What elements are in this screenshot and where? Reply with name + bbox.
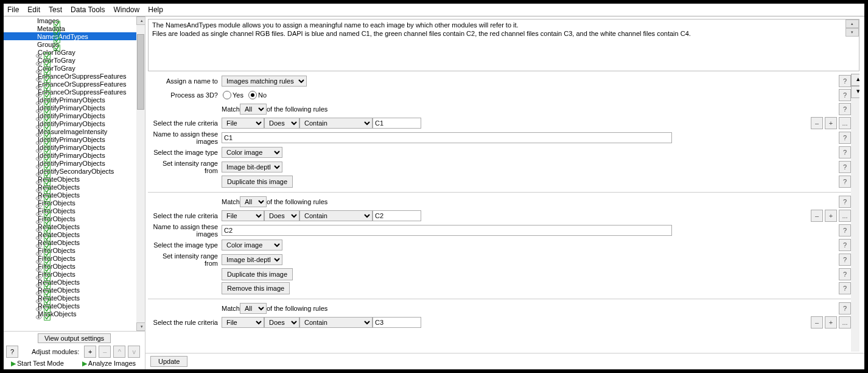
eye-icon[interactable] — [35, 187, 42, 194]
rule-more-button[interactable]: ... — [839, 117, 851, 129]
check-icon[interactable] — [44, 219, 51, 226]
help-button[interactable]: ? — [839, 196, 851, 208]
check-icon[interactable] — [44, 163, 51, 170]
module-item[interactable]: EnhanceOrSuppressFeatures — [4, 88, 145, 96]
help-button[interactable]: ? — [839, 282, 851, 294]
check-icon[interactable] — [44, 235, 51, 241]
eye-icon[interactable] — [35, 92, 42, 99]
module-item[interactable]: Groups — [4, 40, 145, 48]
dropdown[interactable]: File — [222, 210, 264, 221]
module-item[interactable]: IdentifyPrimaryObjects — [4, 119, 145, 127]
module-item[interactable]: MaskObjects — [4, 310, 145, 318]
module-item[interactable]: EnhanceOrSuppressFeatures — [4, 72, 145, 80]
remove-module-button[interactable]: – — [99, 346, 111, 358]
eye-icon[interactable] — [35, 298, 42, 305]
module-item[interactable]: IdentifyPrimaryObjects — [4, 104, 145, 112]
module-item[interactable]: ColorToGray — [4, 64, 145, 72]
check-icon[interactable] — [44, 195, 51, 202]
eye-icon[interactable] — [35, 52, 42, 59]
check-icon[interactable] — [44, 243, 51, 249]
check-icon[interactable] — [44, 140, 51, 146]
dropdown[interactable]: File — [222, 118, 264, 129]
menu-test[interactable]: Test — [49, 5, 62, 14]
eye-icon[interactable] — [35, 219, 42, 226]
check-icon[interactable] — [54, 44, 60, 51]
duplicate-image-button[interactable]: Duplicate this image — [222, 268, 293, 280]
eye-icon[interactable] — [35, 76, 42, 83]
module-item[interactable]: NamesAndTypes — [4, 32, 145, 40]
rule-more-button[interactable]: ... — [839, 316, 851, 329]
check-icon[interactable] — [44, 100, 51, 107]
eye-icon[interactable] — [35, 116, 42, 123]
rule-more-button[interactable]: ... — [839, 210, 851, 222]
module-item[interactable]: EnhanceOrSuppressFeatures — [4, 80, 145, 88]
help-button[interactable]: ? — [839, 224, 851, 236]
check-icon[interactable] — [44, 116, 51, 123]
check-icon[interactable] — [44, 266, 51, 273]
scroll-thumb[interactable] — [137, 34, 144, 110]
module-item[interactable]: RelateObjects — [4, 230, 145, 238]
rule-remove-button[interactable]: – — [811, 210, 823, 222]
help-button[interactable]: ? — [839, 176, 851, 188]
check-icon[interactable] — [44, 68, 51, 75]
module-item[interactable]: FilterObjects — [4, 246, 145, 254]
dropdown[interactable]: Contain — [299, 118, 373, 129]
check-icon[interactable] — [44, 306, 51, 313]
check-icon[interactable] — [44, 92, 51, 99]
module-item[interactable]: Metadata — [4, 24, 145, 32]
menu-data-tools[interactable]: Data Tools — [71, 5, 105, 14]
dropdown[interactable]: Contain — [299, 317, 373, 328]
dropdown[interactable]: All — [240, 104, 267, 115]
help-button[interactable]: ? — [6, 346, 18, 358]
module-scrollbar[interactable]: ▴ ▾ — [136, 16, 145, 331]
module-item[interactable]: IdentifyPrimaryObjects — [4, 96, 145, 104]
help-button[interactable]: ? — [839, 146, 851, 158]
eye-icon[interactable] — [35, 195, 42, 202]
module-item[interactable]: FilterObjects — [4, 207, 145, 215]
text-input[interactable] — [373, 210, 421, 221]
dropdown[interactable]: All — [240, 196, 267, 207]
eye-icon[interactable] — [35, 274, 42, 281]
rule-remove-button[interactable]: – — [811, 316, 823, 329]
help-scrollbar[interactable]: ▴ ▾ — [845, 20, 859, 71]
rule-add-button[interactable]: + — [825, 210, 837, 222]
menu-help[interactable]: Help — [148, 5, 163, 14]
check-icon[interactable] — [44, 274, 51, 281]
module-item[interactable]: MeasureImageIntensity — [4, 127, 145, 135]
module-item[interactable]: RelateObjects — [4, 183, 145, 191]
analyze-images-button[interactable]: ▶Analyze Images — [82, 360, 136, 368]
check-icon[interactable] — [54, 37, 60, 43]
check-icon[interactable] — [44, 314, 51, 321]
eye-icon[interactable] — [35, 100, 42, 107]
scroll-up-icon[interactable]: ▴ — [845, 20, 859, 28]
eye-icon[interactable] — [35, 290, 42, 297]
eye-icon[interactable] — [35, 163, 42, 170]
module-item[interactable]: RelateObjects — [4, 175, 145, 183]
module-item[interactable]: FilterObjects — [4, 254, 145, 262]
scroll-down-icon[interactable]: ▾ — [851, 86, 859, 98]
eye-icon[interactable] — [35, 258, 42, 265]
check-icon[interactable] — [44, 108, 51, 115]
module-item[interactable]: RelateObjects — [4, 238, 145, 246]
move-down-button[interactable]: v — [128, 346, 140, 358]
check-icon[interactable] — [44, 147, 51, 154]
eye-icon[interactable] — [35, 171, 42, 178]
dropdown[interactable]: Does — [264, 118, 299, 129]
eye-icon[interactable] — [35, 155, 42, 162]
view-output-settings-button[interactable]: View output settings — [38, 333, 111, 343]
module-item[interactable]: FilterObjects — [4, 215, 145, 222]
dropdown[interactable]: File — [222, 317, 264, 328]
eye-icon[interactable] — [35, 211, 42, 218]
help-button[interactable]: ? — [839, 132, 851, 144]
module-item[interactable]: IdentifySecondaryObjects — [4, 167, 145, 175]
module-item[interactable]: IdentifyPrimaryObjects — [4, 151, 145, 159]
remove-image-button[interactable]: Remove this image — [222, 282, 290, 294]
radio-no[interactable] — [248, 91, 257, 99]
duplicate-image-button[interactable]: Duplicate this image — [222, 176, 293, 188]
check-icon[interactable] — [44, 298, 51, 305]
check-icon[interactable] — [44, 171, 51, 178]
eye-icon[interactable] — [35, 282, 42, 289]
rule-add-button[interactable]: + — [825, 117, 837, 129]
dropdown[interactable]: Contain — [299, 210, 373, 221]
add-module-button[interactable]: + — [84, 346, 96, 358]
